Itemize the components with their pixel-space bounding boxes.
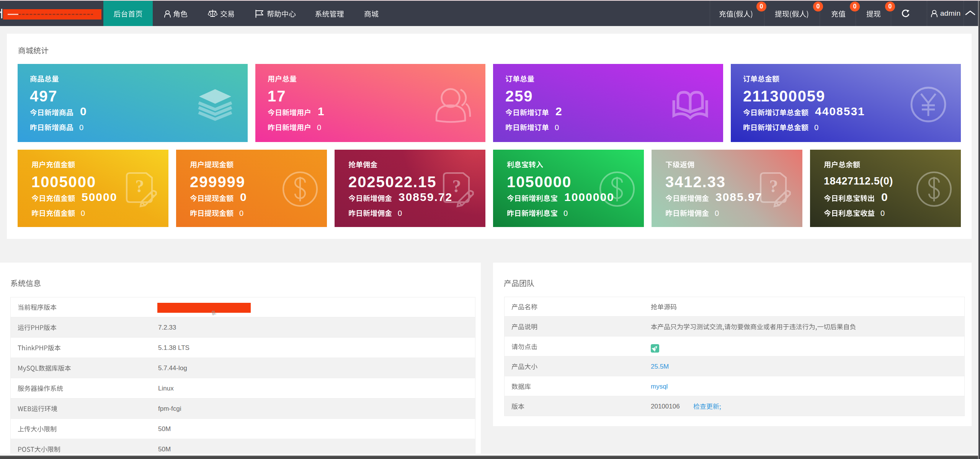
svg-text:2: 2 xyxy=(555,105,563,118)
svg-text:2025022.15: 2025022.15 xyxy=(348,173,436,190)
svg-text:18427112.5(0): 18427112.5(0) xyxy=(824,175,893,187)
svg-text:211300059: 211300059 xyxy=(743,88,825,105)
svg-text:Linux: Linux xyxy=(158,385,174,392)
svg-text:1000000: 1000000 xyxy=(564,191,614,203)
svg-text:0: 0 xyxy=(880,209,885,217)
svg-text:0: 0 xyxy=(239,209,244,217)
svg-text:0: 0 xyxy=(240,191,247,203)
svg-text:50000: 50000 xyxy=(82,191,117,203)
svg-text:0: 0 xyxy=(79,123,84,132)
svg-text:?: ? xyxy=(769,176,778,196)
svg-text:3412.33: 3412.33 xyxy=(665,173,726,190)
svg-text:7.2.33: 7.2.33 xyxy=(158,324,176,331)
svg-text:0: 0 xyxy=(398,209,402,217)
svg-text:1050000: 1050000 xyxy=(507,173,572,190)
svg-text:25.5M: 25.5M xyxy=(651,363,669,370)
svg-text:50M: 50M xyxy=(158,425,171,433)
svg-text:259: 259 xyxy=(505,88,533,105)
svg-text:1: 1 xyxy=(318,105,325,118)
svg-text:17: 17 xyxy=(268,88,286,105)
svg-text:admin: admin xyxy=(940,9,960,17)
svg-text:0: 0 xyxy=(715,209,719,217)
svg-text:?: ? xyxy=(136,176,144,196)
svg-text:mysql: mysql xyxy=(651,383,668,390)
svg-text:497: 497 xyxy=(30,88,57,105)
svg-text:0: 0 xyxy=(814,123,819,132)
svg-text:3085.97: 3085.97 xyxy=(715,191,762,203)
svg-text:fpm-fcgi: fpm-fcgi xyxy=(158,405,181,412)
svg-text:0: 0 xyxy=(80,105,87,118)
svg-text:0: 0 xyxy=(555,123,559,132)
svg-text:1005000: 1005000 xyxy=(31,173,96,190)
svg-text:0: 0 xyxy=(881,191,889,203)
svg-text:5.7.44-log: 5.7.44-log xyxy=(158,364,187,372)
svg-text:0: 0 xyxy=(317,123,322,132)
svg-text:20100106: 20100106 xyxy=(651,403,680,410)
svg-text:?: ? xyxy=(452,176,461,196)
svg-text:299999: 299999 xyxy=(190,173,245,190)
svg-text:5.1.38 LTS: 5.1.38 LTS xyxy=(158,344,189,351)
svg-text:0: 0 xyxy=(564,209,568,217)
svg-text:0: 0 xyxy=(81,209,85,217)
svg-text:4408531: 4408531 xyxy=(815,105,865,118)
svg-text:50M: 50M xyxy=(158,446,171,453)
svg-text:g,: g, xyxy=(212,309,217,315)
